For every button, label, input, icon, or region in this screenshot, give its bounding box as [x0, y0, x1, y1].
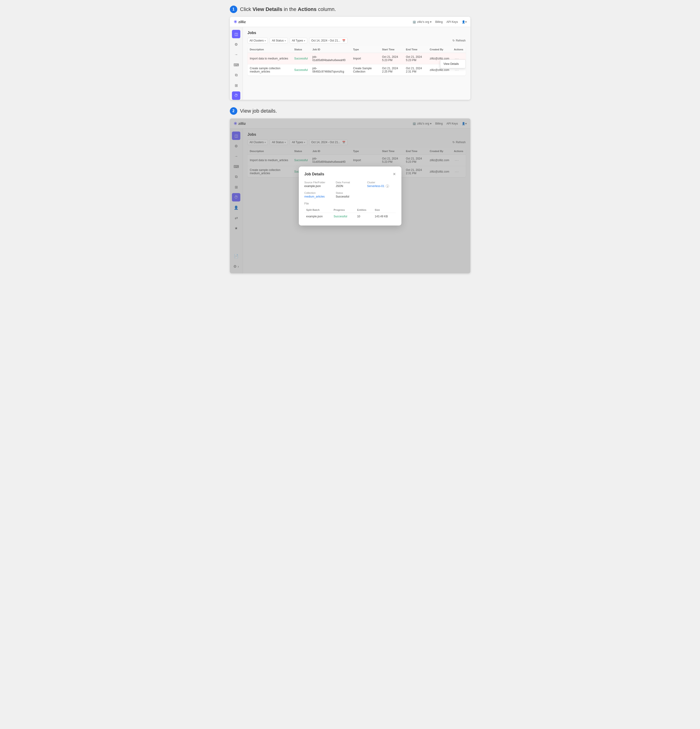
- data-format-label: Data Format: [336, 181, 364, 184]
- collection-link[interactable]: medium_articles: [304, 195, 325, 198]
- org-selector[interactable]: 🏢 zilliz's org ▾: [413, 20, 432, 23]
- status-chevron: ▾: [285, 39, 286, 42]
- sidebar-item-table[interactable]: ⊞: [232, 81, 240, 90]
- cluster-label: Cluster: [367, 181, 396, 184]
- row2-start-time: Oct 21, 2024 2:25 PM: [380, 64, 403, 76]
- modal-status-field: Status Successful: [336, 192, 364, 198]
- cluster-field: Cluster Serverless-01 ℹ: [367, 181, 396, 188]
- cluster-info-icon[interactable]: ℹ: [386, 184, 389, 188]
- row2-type: Create Sample Collection: [351, 64, 380, 76]
- step2-badge: 2: [230, 107, 237, 115]
- refresh-label: Refresh: [456, 39, 465, 42]
- row2-end-time: Oct 21, 2024 2:31 PM: [403, 64, 427, 76]
- collection-label: Collection: [304, 192, 333, 194]
- jobs-table-1: Description Status Job ID Type Start Tim…: [248, 46, 466, 76]
- row1-end-time: Oct 21, 2024 5:23 PM: [403, 53, 427, 64]
- table-header-1: Description Status Job ID Type Start Tim…: [248, 46, 466, 53]
- modal-close-button[interactable]: ✕: [393, 172, 396, 176]
- row1-job-id: job-01d05d6f4balwhu6wwahf0: [310, 53, 351, 64]
- logo-1: ✳ zilliz: [233, 19, 246, 25]
- row2-status: Successful: [292, 64, 310, 76]
- frame2: ✳ zilliz 🏢 zilliz's org ▾ Billing API Ke…: [230, 119, 470, 273]
- modal-header: Job Details ✕: [304, 172, 396, 176]
- modal-title: Job Details: [304, 172, 324, 176]
- org-name: zilliz's org: [417, 20, 429, 23]
- file-col-entities: Entities: [355, 207, 373, 213]
- api-keys-link[interactable]: API Keys: [446, 20, 458, 23]
- data-format-field: Data Format JSON: [336, 181, 364, 188]
- file-col-size: Size: [373, 207, 396, 213]
- refresh-button-1[interactable]: ↻ Refresh: [452, 39, 465, 42]
- sidebar-item-copy[interactable]: ⧉: [232, 71, 240, 79]
- date-label: Oct 14, 2024 - Oct 21...: [311, 39, 340, 42]
- row1-type: Import: [351, 53, 380, 64]
- refresh-icon: ↻: [452, 39, 455, 42]
- types-label: All Types: [292, 39, 303, 42]
- top-nav-right-1: 🏢 zilliz's org ▾ Billing API Keys 👤▾: [413, 20, 467, 23]
- app-body-1: ◫ ⚙ → ⌨ ⧉ ⊞ ⏱ Jobs All Clusters ▾: [230, 27, 470, 100]
- clusters-label: All Clusters: [250, 39, 264, 42]
- file-col-progress: Progress: [332, 207, 355, 213]
- cluster-value: Serverless-01 ℹ: [367, 184, 396, 188]
- chevron-down-icon: ▾: [430, 20, 432, 23]
- file-section-title: File: [304, 202, 396, 205]
- user-icon[interactable]: 👤▾: [462, 20, 467, 23]
- logo-text: zilliz: [238, 20, 246, 24]
- file-col-split: Split Batch: [304, 207, 332, 213]
- col-job-id: Job ID: [310, 46, 351, 53]
- row1-start-time: Oct 21, 2024 5:23 PM: [380, 53, 403, 64]
- step2-heading: 2 View job details.: [230, 107, 470, 115]
- collection-value: medium_articles: [304, 195, 333, 198]
- sidebar-item-terminal[interactable]: ⌨: [232, 61, 240, 69]
- source-value: example.json: [304, 184, 333, 188]
- calendar-icon: 📅: [342, 39, 345, 42]
- sidebar-1: ◫ ⚙ → ⌨ ⧉ ⊞ ⏱: [230, 27, 243, 100]
- table-row: Import data to medium_articles Successfu…: [248, 53, 466, 64]
- table-container-1: Description Status Job ID Type Start Tim…: [248, 46, 466, 76]
- sidebar-item-jobs[interactable]: ⏱: [232, 91, 240, 100]
- filter-bar-1: All Clusters ▾ All Status ▾ All Types ▾ …: [248, 38, 466, 44]
- cluster-link[interactable]: Serverless-01: [367, 184, 384, 188]
- source-field: Source File/Folder example.json: [304, 181, 333, 188]
- step1-heading: 1 Click View Details in the Actions colu…: [230, 6, 470, 13]
- row1-actions-cell: ··· View Details: [452, 53, 465, 64]
- row1-status: Successful: [292, 53, 310, 64]
- types-filter[interactable]: All Types ▾: [290, 38, 307, 44]
- col-start-time: Start Time: [380, 46, 403, 53]
- job-details-modal: Job Details ✕ Source File/Folder example…: [299, 167, 401, 225]
- sidebar-item-database[interactable]: ◫: [232, 30, 240, 38]
- modal-overlay: Job Details ✕ Source File/Folder example…: [230, 119, 470, 273]
- file-size: 143.49 KB: [373, 213, 396, 220]
- page-title-1: Jobs: [248, 31, 466, 35]
- row2-actions-dots[interactable]: ···: [454, 68, 460, 72]
- data-format-value: JSON: [336, 184, 364, 188]
- col-type: Type: [351, 46, 380, 53]
- row2-job-id: job-06492c97466ld7qsvnzfcg: [310, 64, 351, 76]
- sidebar-item-settings[interactable]: ⚙: [232, 40, 240, 48]
- sidebar-item-api[interactable]: →: [232, 50, 240, 59]
- file-split-batch: example.json: [304, 213, 332, 220]
- table-row: Create sample collection medium_articles…: [248, 64, 466, 76]
- file-entities: 10: [355, 213, 373, 220]
- file-table-row: example.json Successful 10 143.49 KB: [304, 213, 396, 220]
- step1-badge: 1: [230, 6, 237, 13]
- status-label: All Status: [272, 39, 284, 42]
- status-filter[interactable]: All Status ▾: [270, 38, 288, 44]
- row1-description: Import data to medium_articles: [248, 53, 292, 64]
- date-filter[interactable]: Oct 14, 2024 - Oct 21... 📅: [309, 38, 348, 44]
- col-description: Description: [248, 46, 292, 53]
- file-progress-value: Successful: [333, 215, 347, 218]
- top-nav-1: ✳ zilliz 🏢 zilliz's org ▾ Billing API Ke…: [230, 17, 470, 27]
- modal-fields: Source File/Folder example.json Data For…: [304, 181, 396, 198]
- view-details-button[interactable]: View Details: [440, 61, 465, 67]
- file-table: Split Batch Progress Entities Size examp…: [304, 207, 396, 220]
- clusters-filter[interactable]: All Clusters ▾: [248, 38, 268, 44]
- step2-text: View job details.: [240, 108, 277, 114]
- billing-link[interactable]: Billing: [435, 20, 443, 23]
- source-label: Source File/Folder: [304, 181, 333, 184]
- modal-status-label: Status: [336, 192, 364, 194]
- row2-status-badge: Successful: [294, 68, 308, 71]
- actions-dropdown: View Details: [440, 60, 466, 68]
- row2-description: Create sample collection medium_articles: [248, 64, 292, 76]
- col-actions: Actions: [452, 46, 465, 53]
